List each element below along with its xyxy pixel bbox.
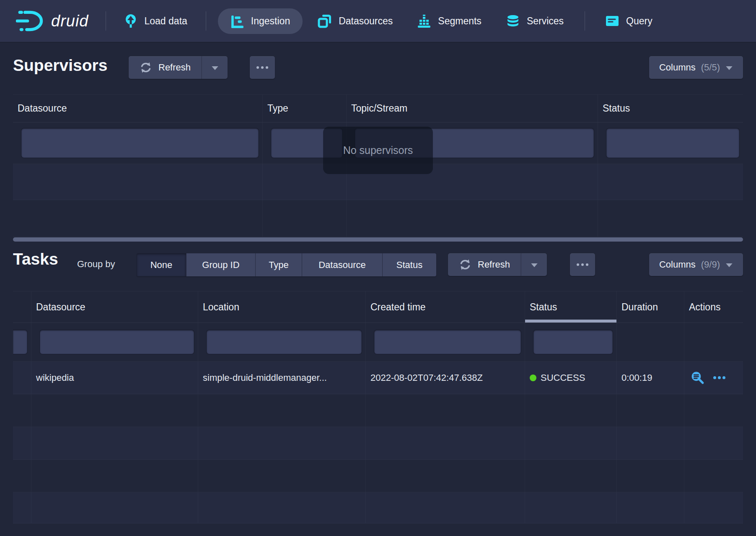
tasks-filter-row [13,323,743,362]
col-header-location[interactable]: Location [198,291,366,323]
columns-label: Columns [659,259,696,270]
services-icon [506,14,520,28]
supervisors-columns-button[interactable]: Columns (5/5) [649,56,743,79]
supervisors-refresh-caret-button[interactable] [202,56,228,79]
filter-datasource-input[interactable] [21,128,259,158]
druid-logo[interactable]: druid [16,9,89,33]
tasks-refresh-caret-button[interactable] [521,253,547,276]
task-row-wikipedia[interactable]: wikipedia simple-druid-middlemanager... … [13,362,743,394]
cell-actions [684,362,743,394]
col-header-datasource[interactable]: Datasource [31,291,198,323]
empty-row [13,460,743,492]
sort-indicator [525,320,616,323]
cell-datasource: wikipedia [31,362,198,394]
col-header-datasource[interactable]: Datasource [13,95,263,122]
supervisors-title: Supervisors [13,56,107,75]
filter-location-input[interactable] [207,330,362,354]
caret-down-icon [531,259,538,270]
ingestion-icon [230,14,244,28]
tasks-header-row: Datasource Location Created time Status … [13,291,743,323]
col-header-type[interactable]: Type [263,95,347,122]
more-icon [577,263,579,266]
query-icon [605,15,619,27]
nav-item-query[interactable]: Query [605,9,652,33]
filter-status-input[interactable] [606,128,739,158]
supervisors-header-row: Datasource Type Topic/Stream Status [13,94,743,122]
nav-divider [206,11,206,31]
supervisors-refresh-button[interactable]: Refresh [129,56,202,79]
filter-status-input[interactable] [533,330,613,354]
empty-row [13,200,743,237]
filter-created-time-input[interactable] [374,330,521,354]
col-header-status-sorted[interactable]: Status [525,291,617,323]
druid-console: druid Load data [0,0,756,536]
group-by-segmented-control: None Group ID Type Datasource Status [137,253,436,276]
supervisors-horizontal-scrollbar[interactable] [13,237,743,242]
cell-created-time: 2022-08-02T07:42:47.638Z [366,362,525,394]
nav-label: Load data [145,16,187,27]
col-header-actions[interactable]: Actions [684,291,743,323]
load-data-icon [124,14,138,28]
tasks-title: Tasks [13,250,58,268]
group-by-label: Group by [77,259,115,270]
nav-label: Ingestion [251,16,290,27]
columns-count: (5/5) [701,62,720,73]
supervisors-table: Datasource Type Topic/Stream Status No s… [13,94,743,237]
refresh-label: Refresh [158,62,191,73]
tasks-refresh-group: Refresh [448,253,547,276]
group-by-type-button[interactable]: Type [256,253,302,276]
empty-row [13,394,743,427]
refresh-icon [459,258,471,271]
supervisors-more-button[interactable] [250,56,275,79]
col-header-hidden[interactable] [13,291,31,323]
group-by-none-button[interactable]: None [137,253,186,276]
more-icon [256,66,259,69]
segments-icon [417,14,431,28]
status-text: SUCCESS [541,372,585,383]
nav-item-load-data[interactable]: Load data [124,8,187,34]
tasks-columns-button[interactable]: Columns (9/9) [649,253,743,276]
caret-down-icon [725,259,733,270]
col-header-created-time[interactable]: Created time [366,291,525,323]
filter-hidden-input[interactable] [13,330,27,354]
no-supervisors-message: No supervisors [323,127,433,174]
col-header-duration[interactable]: Duration [617,291,684,323]
group-by-group-id-button[interactable]: Group ID [186,253,256,276]
cell-status: SUCCESS [525,362,617,394]
nav-label: Services [527,16,564,27]
status-success-dot [530,375,536,381]
task-details-magnifier-icon[interactable] [690,370,705,385]
group-by-status-button[interactable]: Status [383,253,436,276]
tasks-more-button[interactable] [570,253,595,276]
caret-down-icon [725,62,733,73]
nav-item-ingestion[interactable]: Ingestion [218,8,303,34]
cell-duration: 0:00:19 [617,362,684,394]
refresh-icon [140,61,152,74]
nav-divider [106,11,106,31]
cell-location: simple-druid-middlemanager... [198,362,366,394]
empty-row [13,427,743,460]
nav-item-datasources[interactable]: Datasources [318,8,393,34]
tasks-refresh-button[interactable]: Refresh [448,253,521,276]
empty-row [13,492,743,523]
nav-divider [585,11,585,31]
nav-item-services[interactable]: Services [506,8,564,34]
nav-item-segments[interactable]: Segments [417,8,482,34]
datasources-icon [318,14,332,28]
nav-label: Query [626,16,652,27]
filter-datasource-input[interactable] [40,330,194,354]
nav-label: Segments [438,16,482,27]
columns-label: Columns [659,62,696,73]
group-by-datasource-button[interactable]: Datasource [302,253,383,276]
top-nav: druid Load data [0,0,756,42]
nav-label: Datasources [339,16,393,27]
refresh-label: Refresh [478,259,510,270]
caret-down-icon [211,62,219,73]
task-actions-more-icon[interactable] [713,376,725,379]
col-header-topic-stream[interactable]: Topic/Stream [347,95,598,122]
logo-text: druid [51,12,89,30]
columns-count: (9/9) [701,259,720,270]
col-header-status[interactable]: Status [598,95,743,122]
tasks-table: Datasource Location Created time Status … [13,291,743,523]
druid-logo-icon [16,9,46,33]
